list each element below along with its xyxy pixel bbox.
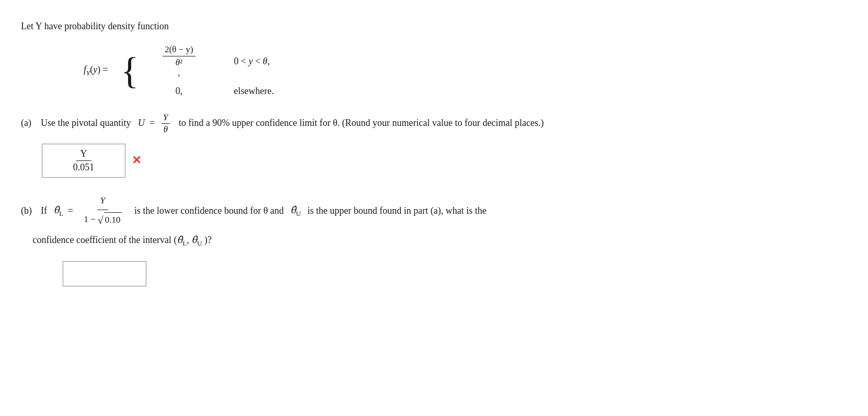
theta-U-label: θ̂U	[291, 202, 301, 219]
big-brace: {	[121, 52, 139, 89]
close-paren: )?	[202, 235, 212, 245]
answer-box-b[interactable]	[63, 261, 146, 286]
fraction-1: 2(θ − y) θ²	[163, 44, 195, 68]
part-a-text-before: Use the pivotal quantity	[41, 118, 131, 128]
ans-numerator: Y	[76, 148, 91, 161]
sqrt-content: 0.10	[104, 212, 122, 228]
incorrect-icon: ✕	[132, 154, 141, 167]
intro-text: Let Y have probability density function	[21, 21, 847, 32]
part-b-text-middle: is the lower confidence bound for θ and	[134, 203, 284, 219]
page-content: Let Y have probability density function …	[21, 21, 847, 289]
part-b: (b) If θ̂L = Y 1 − √ 0.10	[21, 193, 847, 290]
confidence-text: confidence coefficient of the interval (	[33, 235, 177, 245]
theta-L-sub: L	[59, 210, 63, 217]
theta-L-fraction: Y 1 − √ 0.10	[80, 193, 124, 229]
theta-L-label: θ̂L	[54, 202, 64, 219]
part-b-line1: (b) If θ̂L = Y 1 − √ 0.10	[21, 193, 847, 229]
case-row-2: 0, elsewhere.	[145, 86, 273, 97]
answer-box-a[interactable]: Y 0.051	[42, 144, 125, 178]
U-fraction: Y θ	[161, 112, 169, 135]
theta-L-numerator: Y	[97, 193, 108, 210]
answer-box-container-b	[42, 255, 847, 289]
intro-label: Let Y have probability density function	[21, 21, 169, 31]
case2-value: 0,	[176, 86, 183, 97]
ans-fraction: Y 0.051	[69, 148, 99, 173]
theta-hat-U2: θ̂	[191, 235, 197, 245]
ans-denominator: 0.051	[69, 161, 99, 173]
answer-box-container-a: Y 0.051 ✕	[42, 144, 847, 178]
case-expr-1: 2(θ − y) θ² ,	[145, 44, 213, 78]
case-expr-2: 0,	[145, 86, 213, 97]
part-a-text: (a) Use the pivotal quantity U = Y θ to …	[21, 112, 847, 135]
part-b-line2: confidence coefficient of the interval (…	[21, 232, 847, 249]
part-b-label: (b)	[21, 203, 32, 219]
theta-hat-L2: θ̂	[177, 235, 183, 245]
case-row-1: 2(θ − y) θ² , 0 < y < θ,	[145, 44, 273, 78]
theta-L-denominator: 1 − √ 0.10	[80, 210, 124, 229]
case1-comma: ,	[178, 68, 180, 78]
theta-U-sub: U	[296, 210, 300, 217]
brace-container: { 2(θ − y) θ² , 0 < y < θ,	[121, 44, 274, 97]
subscript-U2: U	[197, 239, 202, 247]
sqrt-container: √ 0.10	[98, 211, 122, 229]
fraction-denominator-1: θ²	[173, 56, 184, 68]
fraction-numerator-1: 2(θ − y)	[163, 44, 195, 56]
f-subscript: Y	[86, 68, 90, 76]
part-b-text-block: (b) If θ̂L = Y 1 − √ 0.10	[21, 193, 847, 249]
comma-b: ,	[187, 235, 189, 245]
U-fraction-num: Y	[161, 112, 169, 124]
case-condition-1: 0 < y < θ,	[234, 56, 270, 67]
U-fraction-den: θ	[162, 124, 169, 135]
part-b-text-upper: is the upper bound found in part (a), wh…	[307, 203, 486, 219]
sqrt-sign: √	[98, 211, 103, 229]
pdf-formula: fY(y) = { 2(θ − y) θ² , 0 < y < θ,	[84, 44, 847, 97]
U-variable: U	[138, 118, 145, 128]
f-label: fY(y) =	[84, 64, 108, 77]
part-a: (a) Use the pivotal quantity U = Y θ to …	[21, 112, 847, 178]
part-a-text-after: to find a 90% upper confidence limit for…	[179, 118, 543, 128]
cases-content: 2(θ − y) θ² , 0 < y < θ, 0, elsewhere.	[145, 44, 273, 97]
part-b-text-intro: If	[41, 203, 47, 219]
part-a-label: (a)	[21, 118, 31, 128]
case-condition-2: elsewhere.	[234, 86, 273, 97]
